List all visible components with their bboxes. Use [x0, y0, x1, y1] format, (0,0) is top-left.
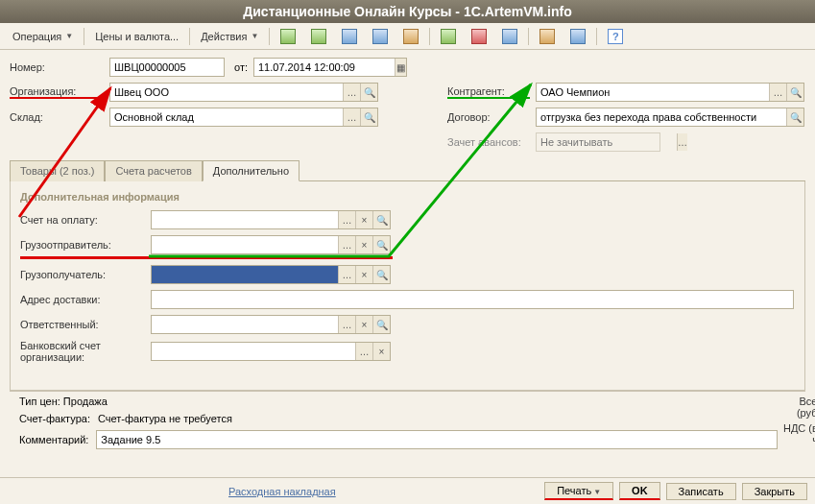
clear-icon[interactable]: × — [355, 236, 372, 253]
advance-input — [537, 133, 677, 151]
delivery-address-field[interactable] — [151, 290, 794, 309]
advance-label: Зачет авансов: — [447, 136, 530, 148]
invoice-doc-label: Счет-фактура: — [19, 413, 90, 424]
search-icon[interactable]: 🔍 — [360, 108, 377, 126]
clear-icon[interactable]: × — [355, 266, 372, 283]
consignor-input[interactable] — [152, 236, 338, 253]
save-button[interactable]: Записать — [666, 483, 736, 500]
search-icon[interactable]: 🔍 — [786, 84, 803, 101]
totals-area: Тип цен: Продажа Счет-фактура: Счет-факт… — [10, 391, 805, 453]
consignee-input[interactable] — [152, 266, 338, 283]
tab-additional[interactable]: Дополнительно — [203, 160, 300, 181]
consignee-field[interactable]: …×🔍 — [151, 265, 391, 284]
ellipsis-icon[interactable]: … — [338, 266, 355, 283]
search-icon[interactable]: 🔍 — [372, 316, 390, 333]
number-field[interactable] — [109, 58, 225, 77]
invoice-label: Счет на оплату: — [20, 214, 145, 226]
invoice-input[interactable] — [152, 211, 338, 228]
bank-account-input[interactable] — [152, 343, 355, 360]
prices-label: Цены и валюта... — [95, 31, 179, 42]
refresh-icon — [311, 29, 326, 44]
contract-input[interactable] — [537, 108, 786, 126]
search-icon[interactable]: 🔍 — [360, 84, 377, 101]
separator — [84, 28, 84, 45]
delivery-address-label: Адрес доставки: — [20, 294, 145, 305]
form-body: Номер: от: ▦ Организация: …🔍 Контрагент:… — [0, 50, 815, 461]
tb-icon-10[interactable] — [563, 26, 592, 47]
responsible-input[interactable] — [152, 316, 338, 333]
close-button[interactable]: Закрыть — [742, 483, 807, 500]
delivery-address-input[interactable] — [152, 291, 793, 308]
paste-icon — [372, 29, 388, 44]
contract-label: Договор: — [447, 111, 530, 123]
price-type-label: Тип цен: Продажа — [19, 396, 778, 407]
tb-icon-2[interactable] — [304, 26, 333, 47]
comment-input[interactable] — [97, 431, 777, 448]
tab-accounts[interactable]: Счета расчетов — [105, 160, 202, 181]
contract-field[interactable]: 🔍 — [536, 108, 804, 127]
toolbar: Операция▼ Цены и валюта... Действия▼ ? — [0, 23, 815, 50]
bank-account-field[interactable]: …× — [151, 342, 391, 361]
separator — [189, 28, 190, 45]
link-icon — [403, 29, 419, 44]
number-label: Номер: — [10, 61, 104, 73]
clear-icon[interactable]: × — [355, 316, 372, 333]
ellipsis-icon[interactable]: … — [769, 84, 786, 101]
footer: Расходная накладная Печать▼ OK Записать … — [0, 477, 815, 504]
tb-icon-9[interactable] — [533, 26, 562, 47]
search-icon[interactable]: 🔍 — [372, 211, 390, 228]
calendar-icon[interactable]: ▦ — [395, 59, 406, 76]
ellipsis-icon[interactable]: … — [343, 108, 360, 126]
tb-icon-4[interactable] — [366, 26, 395, 47]
consignor-field[interactable]: …×🔍 — [151, 235, 391, 254]
caret-down-icon: ▼ — [593, 488, 601, 496]
list-icon — [570, 29, 586, 44]
search-icon[interactable]: 🔍 — [372, 266, 390, 283]
contractor-input[interactable] — [537, 84, 769, 101]
ellipsis-icon[interactable]: … — [338, 211, 355, 228]
clear-icon[interactable]: × — [355, 211, 372, 228]
expense-invoice-link[interactable]: Расходная накладная — [228, 486, 336, 497]
date-input[interactable] — [254, 59, 395, 76]
tb-icon-7[interactable] — [465, 26, 493, 47]
contractor-label: Контрагент: — [447, 85, 530, 99]
comment-field[interactable] — [96, 430, 778, 449]
organization-input[interactable] — [110, 84, 343, 101]
date-field[interactable]: ▦ — [253, 58, 407, 77]
tb-icon-6[interactable] — [434, 26, 463, 47]
tb-icon-5[interactable] — [396, 26, 425, 47]
search-icon[interactable]: 🔍 — [372, 236, 390, 253]
tb-icon-3[interactable] — [335, 26, 364, 47]
dtct-icon — [471, 29, 487, 44]
warehouse-input[interactable] — [110, 108, 343, 126]
advance-field: … — [536, 132, 660, 152]
operation-menu[interactable]: Операция▼ — [6, 28, 80, 45]
group-title: Дополнительная информация — [20, 191, 795, 203]
organization-field[interactable]: …🔍 — [109, 83, 378, 102]
tab-goods[interactable]: Товары (2 поз.) — [10, 160, 105, 181]
tb-icon-1[interactable] — [274, 26, 302, 47]
actions-menu[interactable]: Действия▼ — [194, 28, 265, 45]
invoice-field[interactable]: …×🔍 — [151, 210, 391, 229]
ok-button[interactable]: OK — [619, 482, 660, 500]
help-button[interactable]: ? — [601, 26, 630, 47]
report-icon — [502, 29, 517, 44]
ellipsis-icon[interactable]: … — [677, 133, 687, 151]
tb-icon-8[interactable] — [495, 26, 524, 47]
search-icon[interactable]: 🔍 — [786, 108, 803, 126]
organization-label: Организация: — [10, 85, 104, 99]
number-input[interactable] — [110, 59, 251, 76]
contractor-field[interactable]: …🔍 — [536, 83, 804, 102]
responsible-field[interactable]: …×🔍 — [151, 315, 391, 334]
print-button[interactable]: Печать▼ — [544, 482, 613, 500]
invoice-doc-value: Счет-фактура не требуется — [98, 413, 232, 424]
actions-label: Действия — [201, 31, 247, 42]
clear-icon[interactable]: × — [372, 343, 390, 360]
prices-currency-button[interactable]: Цены и валюта... — [88, 28, 185, 45]
consignee-label: Грузополучатель: — [20, 269, 145, 280]
ellipsis-icon[interactable]: … — [343, 84, 360, 101]
ellipsis-icon[interactable]: … — [338, 236, 355, 253]
warehouse-field[interactable]: …🔍 — [109, 108, 378, 127]
ellipsis-icon[interactable]: … — [355, 343, 372, 360]
ellipsis-icon[interactable]: … — [338, 316, 355, 333]
